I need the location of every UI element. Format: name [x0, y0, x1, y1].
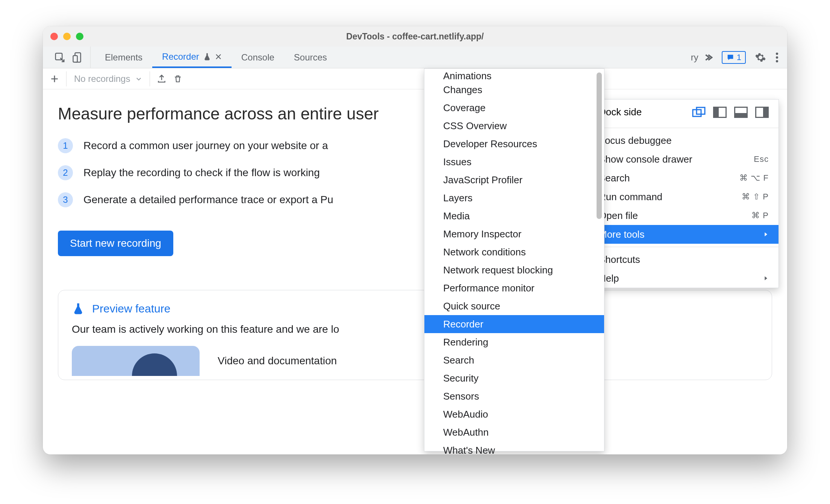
submenu-item-media[interactable]: Media — [424, 207, 604, 225]
dock-bottom-icon[interactable] — [734, 107, 748, 118]
tab-label: ry — [691, 52, 698, 63]
menu-item-label: Open file — [599, 210, 638, 222]
menu-item-open-file[interactable]: Open file⌘ P — [589, 206, 779, 225]
menu-shortcut: ⌘ P — [751, 211, 769, 220]
menu-item-more-tools[interactable]: More tools — [589, 225, 779, 244]
chevron-down-icon — [135, 75, 142, 82]
submenu-item-layers[interactable]: Layers — [424, 189, 604, 207]
window-title: DevTools - coffee-cart.netlify.app/ — [43, 32, 787, 42]
tab-console[interactable]: Console — [232, 47, 284, 68]
submenu-scrollbar[interactable] — [597, 72, 602, 219]
dock-left-icon[interactable] — [713, 107, 727, 118]
delete-icon[interactable] — [173, 74, 182, 84]
submenu-item-label: Memory Inspector — [443, 228, 521, 240]
tab-label: Sources — [294, 52, 327, 63]
submenu-item-recorder[interactable]: Recorder — [424, 315, 604, 333]
submenu-item-what-s-new[interactable]: What's New — [424, 441, 604, 454]
close-window-button[interactable] — [50, 33, 58, 40]
tab-label: Console — [241, 52, 274, 63]
dock-side-label: Dock side — [599, 106, 642, 118]
dock-right-icon[interactable] — [755, 107, 769, 118]
dock-undock-icon[interactable] — [692, 107, 706, 118]
submenu-item-label: Search — [443, 355, 474, 366]
submenu-item-security[interactable]: Security — [424, 369, 604, 387]
submenu-item-label: Layers — [443, 192, 473, 204]
preview-title: Preview feature — [92, 302, 170, 315]
tab-sources[interactable]: Sources — [284, 47, 337, 68]
step-number: 1 — [58, 138, 73, 153]
submenu-item-webauthn[interactable]: WebAuthn — [424, 423, 604, 441]
submenu-item-label: Performance monitor — [443, 282, 535, 294]
submenu-item-label: Media — [443, 210, 470, 222]
submenu-item-issues[interactable]: Issues — [424, 153, 604, 171]
preview-doc-title: Video and documentation — [218, 355, 337, 367]
devtools-window: DevTools - coffee-cart.netlify.app/ Elem… — [43, 26, 787, 454]
submenu-item-search[interactable]: Search — [424, 351, 604, 369]
inspect-icon[interactable] — [54, 52, 65, 63]
submenu-item-coverage[interactable]: Coverage — [424, 99, 604, 117]
step-number: 3 — [58, 192, 73, 207]
submenu-item-rendering[interactable]: Rendering — [424, 333, 604, 351]
close-tab-icon[interactable] — [215, 53, 222, 60]
main-context-menu: Dock side Focus debuggeeShow console dra… — [589, 99, 779, 288]
step-text: Replay the recording to check if the flo… — [83, 167, 320, 179]
device-toolbar-icon[interactable] — [72, 52, 83, 63]
submenu-item-memory-inspector[interactable]: Memory Inspector — [424, 225, 604, 243]
submenu-item-webaudio[interactable]: WebAudio — [424, 405, 604, 423]
submenu-item-label: Issues — [443, 156, 471, 168]
settings-gear-icon[interactable] — [755, 52, 766, 63]
more-tools-submenu: AnimationsChangesCoverageCSS OverviewDev… — [424, 68, 604, 451]
svg-point-5 — [776, 60, 778, 62]
menu-separator — [589, 128, 779, 128]
tab-label: Elements — [105, 52, 142, 63]
maximize-window-button[interactable] — [76, 33, 83, 40]
menu-item-label: Shortcuts — [599, 254, 640, 266]
svg-rect-2 — [73, 56, 77, 62]
tab-elements[interactable]: Elements — [95, 47, 152, 68]
submenu-item-animations[interactable]: Animations — [424, 71, 604, 81]
submenu-item-developer-resources[interactable]: Developer Resources — [424, 135, 604, 153]
submenu-item-sensors[interactable]: Sensors — [424, 387, 604, 405]
menu-item-run-command[interactable]: Run command⌘ ⇧ P — [589, 187, 779, 206]
menu-item-show-console-drawer[interactable]: Show console drawerEsc — [589, 150, 779, 169]
preview-thumbnail[interactable] — [72, 346, 200, 376]
kebab-menu-icon[interactable] — [775, 52, 779, 63]
tab-recorder[interactable]: Recorder — [152, 47, 232, 68]
preview-feature-card: Preview feature Our team is actively wor… — [58, 290, 772, 380]
menu-separator — [589, 247, 779, 247]
submenu-item-label: JavaScript Profiler — [443, 174, 523, 186]
submenu-item-label: Animations — [443, 70, 492, 82]
submenu-item-quick-source[interactable]: Quick source — [424, 297, 604, 315]
step-number: 2 — [58, 165, 73, 180]
issues-badge[interactable]: 1 — [722, 51, 746, 64]
recordings-dropdown[interactable]: No recordings — [66, 71, 150, 86]
submenu-item-network-conditions[interactable]: Network conditions — [424, 243, 604, 261]
submenu-item-label: Network conditions — [443, 246, 526, 258]
submenu-item-label: CSS Overview — [443, 120, 507, 132]
submenu-item-label: Network request blocking — [443, 264, 553, 276]
submenu-item-performance-monitor[interactable]: Performance monitor — [424, 279, 604, 297]
add-recording-icon[interactable] — [50, 74, 59, 84]
menu-item-focus-debuggee[interactable]: Focus debuggee — [589, 131, 779, 150]
recordings-dropdown-label: No recordings — [74, 74, 130, 84]
start-recording-button[interactable]: Start new recording — [58, 231, 173, 256]
menu-item-search[interactable]: Search⌘ ⌥ F — [589, 169, 779, 187]
flask-icon — [72, 302, 85, 315]
tab-strip: Elements Recorder Console Sources ry 1 — [43, 47, 787, 68]
flask-icon — [203, 53, 211, 61]
submenu-item-css-overview[interactable]: CSS Overview — [424, 117, 604, 135]
svg-point-3 — [776, 52, 778, 54]
submenu-item-changes[interactable]: Changes — [424, 81, 604, 99]
menu-shortcut: ⌘ ⌥ F — [739, 173, 769, 183]
menu-item-label: Show console drawer — [599, 154, 692, 165]
more-tabs-icon[interactable] — [702, 52, 713, 63]
menu-item-help[interactable]: Help — [589, 269, 779, 288]
submenu-item-network-request-blocking[interactable]: Network request blocking — [424, 261, 604, 279]
menu-item-shortcuts[interactable]: Shortcuts — [589, 250, 779, 269]
export-icon[interactable] — [157, 74, 167, 84]
minimize-window-button[interactable] — [63, 33, 71, 40]
tab-label: Recorder — [162, 51, 199, 62]
menu-item-label: Run command — [599, 191, 662, 203]
submenu-item-label: WebAudio — [443, 409, 488, 420]
submenu-item-javascript-profiler[interactable]: JavaScript Profiler — [424, 171, 604, 189]
